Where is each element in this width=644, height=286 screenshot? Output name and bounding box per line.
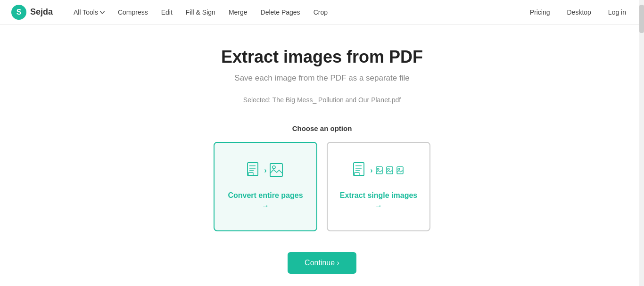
option1-label: Convert entire pages → (224, 190, 307, 212)
nav-fill-sign[interactable]: Fill & Sign (180, 6, 221, 19)
svg-rect-13 (355, 172, 359, 176)
option1-icon-row: › (247, 162, 283, 179)
svg-rect-2 (248, 163, 258, 176)
selected-file-label: Selected: The Big Mess_ Pollution and Ou… (243, 96, 401, 104)
page-subtitle: Save each image from the PDF as a separa… (234, 74, 409, 83)
option-convert-pages[interactable]: › Convert entire pages → (214, 142, 317, 231)
option2-icon-row: › (353, 162, 404, 179)
logo-text: Sejda (30, 7, 53, 17)
image-icon-1 (270, 162, 284, 179)
multi-image-icon-c (396, 166, 404, 175)
option-extract-images[interactable]: › Extract single images → (327, 142, 430, 231)
scrollbar-track[interactable] (639, 0, 644, 286)
svg-text:S: S (17, 8, 22, 16)
nav-edit[interactable]: Edit (156, 6, 178, 19)
svg-point-8 (272, 166, 275, 169)
option2-arrow-icon: › (370, 166, 372, 175)
page-title: Extract images from PDF (221, 47, 423, 67)
nav-all-tools[interactable]: All Tools (68, 6, 110, 19)
continue-button[interactable]: Continue › (288, 252, 356, 274)
nav-compress[interactable]: Compress (112, 6, 154, 19)
svg-rect-6 (248, 172, 253, 176)
nav-desktop[interactable]: Desktop (560, 6, 597, 19)
options-row: › Convert entire pages → (214, 142, 430, 231)
nav-merge[interactable]: Merge (223, 6, 253, 19)
option1-arrow-icon: › (264, 166, 266, 175)
pdf-icon (247, 162, 261, 179)
logo-link[interactable]: S Sejda (11, 5, 53, 20)
choose-option-label: Choose an option (292, 124, 352, 132)
option2-label: Extract single images → (337, 190, 420, 212)
sejda-logo-icon: S (11, 5, 26, 20)
multi-image-icon-b (386, 166, 394, 175)
svg-rect-9 (354, 163, 364, 176)
nav-login[interactable]: Log in (602, 6, 633, 19)
nav-crop[interactable]: Crop (308, 6, 333, 19)
svg-rect-7 (270, 163, 282, 177)
multi-image-icon-a (376, 166, 383, 175)
nav-right: Pricing Desktop Log in (523, 6, 633, 19)
svg-point-15 (377, 168, 379, 170)
scrollbar-thumb[interactable] (639, 5, 644, 33)
svg-point-19 (398, 168, 400, 170)
svg-point-17 (388, 168, 389, 170)
navbar: S Sejda All Tools Compress Edit Fill & S… (0, 0, 644, 25)
nav-delete-pages[interactable]: Delete Pages (255, 6, 306, 19)
chevron-down-icon (100, 11, 105, 14)
pdf-icon-2 (353, 162, 367, 179)
nav-links: All Tools Compress Edit Fill & Sign Merg… (68, 6, 523, 19)
nav-pricing[interactable]: Pricing (523, 6, 557, 19)
main-content: Extract images from PDF Save each image … (0, 25, 644, 286)
